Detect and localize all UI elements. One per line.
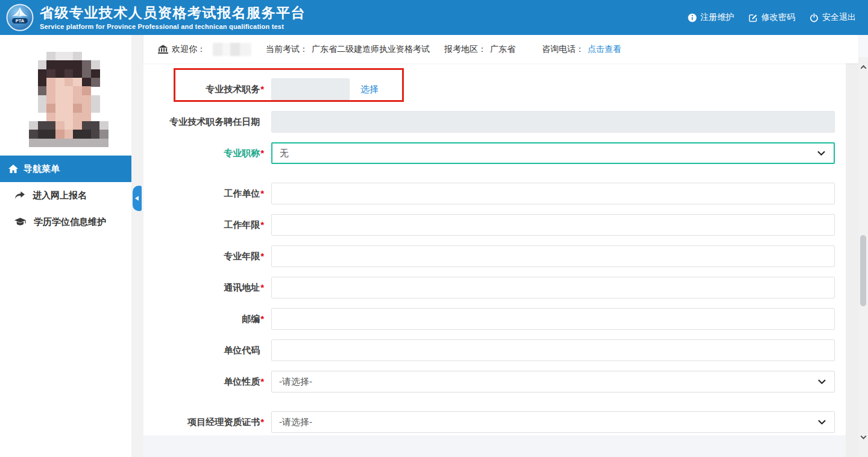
field-control: -请选择- <box>271 411 835 433</box>
form-row-professional-duty-hire-date: 专业技术职务聘任日期* <box>143 111 835 133</box>
field-label: 工作单位* <box>143 188 264 200</box>
chevron-down-icon <box>860 433 866 439</box>
sidebar-gutter <box>131 35 143 457</box>
graduation-cap-icon <box>14 218 26 226</box>
field-label: 专业技术职务* <box>143 84 264 95</box>
mailing-address-input[interactable] <box>271 277 835 298</box>
current-exam: 当前考试： 广东省二级建造师执业资格考试 <box>266 44 430 55</box>
professional-years-input[interactable] <box>271 245 835 267</box>
sidebar-item-online-registration[interactable]: 进入网上报名 <box>0 182 131 209</box>
chevron-down-icon <box>817 151 825 156</box>
unit-code-input[interactable] <box>271 339 835 361</box>
user-name-redacted <box>213 43 251 56</box>
power-icon <box>810 13 819 22</box>
work-unit-input[interactable] <box>271 183 835 204</box>
field-label: 工作年限* <box>143 219 264 231</box>
bank-icon <box>158 45 168 54</box>
register-maintenance-link[interactable]: 注册维护 <box>688 12 734 23</box>
unit-nature-value: -请选择- <box>279 376 312 388</box>
form-row-postal-code: 邮编* <box>143 308 835 330</box>
enter-arrow-icon <box>14 191 25 200</box>
exam-region: 报考地区： 广东省 <box>444 44 515 55</box>
field-label: 单位性质* <box>143 376 264 388</box>
main-content: 欢迎你： 当前考试： 广东省二级建造师执业资格考试 报考地区： 广东省 咨询电话… <box>143 35 858 457</box>
view-phone-link[interactable]: 点击查看 <box>588 44 621 55</box>
form-row-work-unit: 工作单位* <box>143 183 835 204</box>
field-control: -请选择- <box>271 371 835 392</box>
sidebar: 导航菜单 进入网上报名 学历学位信息维护 <box>0 35 131 457</box>
field-control <box>271 183 835 204</box>
project-manager-certificate-value: -请选择- <box>279 417 312 428</box>
welcome-group: 欢迎你： <box>158 43 251 56</box>
sidebar-item-label: 学历学位信息维护 <box>34 216 106 228</box>
consult-phone: 咨询电话： 点击查看 <box>542 44 621 55</box>
safe-logout-label: 安全退出 <box>822 12 856 23</box>
app-header: PTA 省级专业技术人员资格考试报名服务平台 Service platform … <box>0 0 868 35</box>
info-icon <box>688 13 697 22</box>
field-control <box>271 245 835 267</box>
logo-text: PTA <box>16 18 25 24</box>
field-control: 选择 <box>271 78 835 100</box>
exam-region-label: 报考地区： <box>444 44 486 55</box>
professional-duty-hire-date-input <box>271 111 835 133</box>
chevron-down-icon <box>818 379 826 384</box>
current-exam-value: 广东省二级建造师执业资格考试 <box>312 44 430 55</box>
work-years-input[interactable] <box>271 214 835 236</box>
welcome-bar: 欢迎你： 当前考试： 广东省二级建造师执业资格考试 报考地区： 广东省 咨询电话… <box>143 35 858 63</box>
field-control <box>271 214 835 236</box>
vertical-scrollbar[interactable] <box>858 35 868 457</box>
field-label: 邮编* <box>143 314 264 325</box>
form-row-unit-nature: 单位性质* -请选择- <box>143 371 835 392</box>
user-photo <box>29 52 108 147</box>
field-control <box>271 277 835 298</box>
field-control <box>271 308 835 330</box>
professional-title-value: 无 <box>280 148 289 159</box>
page: PTA 省级专业技术人员资格考试报名服务平台 Service platform … <box>0 0 868 457</box>
sidebar-collapse-button[interactable] <box>133 186 142 211</box>
chevron-up-icon <box>860 65 866 71</box>
sidebar-item-label: 进入网上报名 <box>33 190 87 201</box>
change-password-label: 修改密码 <box>761 12 795 23</box>
nav-menu-header: 导航菜单 <box>0 156 131 182</box>
avatar <box>29 52 108 147</box>
scroll-up-button[interactable] <box>858 62 868 72</box>
professional-duty-choose-link[interactable]: 选择 <box>360 84 379 95</box>
unit-nature-select[interactable]: -请选择- <box>271 371 835 392</box>
welcome-greeting: 欢迎你： <box>172 44 206 55</box>
form-row-professional-years: 专业年限* <box>143 245 835 267</box>
consult-phone-label: 咨询电话： <box>542 44 584 55</box>
field-control: 无 <box>271 142 835 164</box>
field-label: 项目经理资质证书* <box>143 417 264 428</box>
form-row-mailing-address: 通讯地址* <box>143 277 835 298</box>
change-password-link[interactable]: 修改密码 <box>749 12 795 23</box>
scrollbar-track-top <box>858 35 868 57</box>
header-links: 注册维护 修改密码 安全退出 <box>688 12 856 23</box>
nav-menu-title: 导航菜单 <box>24 163 60 175</box>
field-label: 专业技术职务聘任日期* <box>143 116 264 128</box>
professional-title-select[interactable]: 无 <box>271 142 835 164</box>
field-label: 专业年限* <box>143 251 264 262</box>
page-subtitle: Service platform for Province Profession… <box>40 23 306 30</box>
form-panel: 专业技术职务* 选择 专业技术职务聘任日期* 专业职称* 无 工作单位* 工作年… <box>143 63 846 457</box>
sidebar-item-education-degree-info[interactable]: 学历学位信息维护 <box>0 209 131 235</box>
exam-region-value: 广东省 <box>490 44 515 55</box>
page-title: 省级专业技术人员资格考试报名服务平台 <box>40 5 306 20</box>
register-maintenance-label: 注册维护 <box>700 12 734 23</box>
current-exam-label: 当前考试： <box>266 44 308 55</box>
field-control <box>271 339 835 361</box>
postal-code-input[interactable] <box>271 308 835 330</box>
form-row-project-manager-certificate: 项目经理资质证书* -请选择- <box>143 411 835 433</box>
form-row-professional-duty: 专业技术职务* 选择 <box>143 78 835 100</box>
safe-logout-link[interactable]: 安全退出 <box>810 12 856 23</box>
scrollbar-thumb[interactable] <box>860 235 866 306</box>
scroll-down-button[interactable] <box>858 433 868 443</box>
project-manager-certificate-select[interactable]: -请选择- <box>271 411 835 433</box>
form-row-unit-code: 单位代码* <box>143 339 835 361</box>
field-label: 单位代码* <box>143 345 264 356</box>
professional-duty-input <box>271 78 350 100</box>
field-label: 通讯地址* <box>143 282 264 294</box>
registration-form: 专业技术职务* 选择 专业技术职务聘任日期* 专业职称* 无 工作单位* 工作年… <box>143 63 846 435</box>
chevron-down-icon <box>818 420 826 424</box>
field-control <box>271 111 835 133</box>
pta-logo-icon: PTA <box>6 4 34 31</box>
